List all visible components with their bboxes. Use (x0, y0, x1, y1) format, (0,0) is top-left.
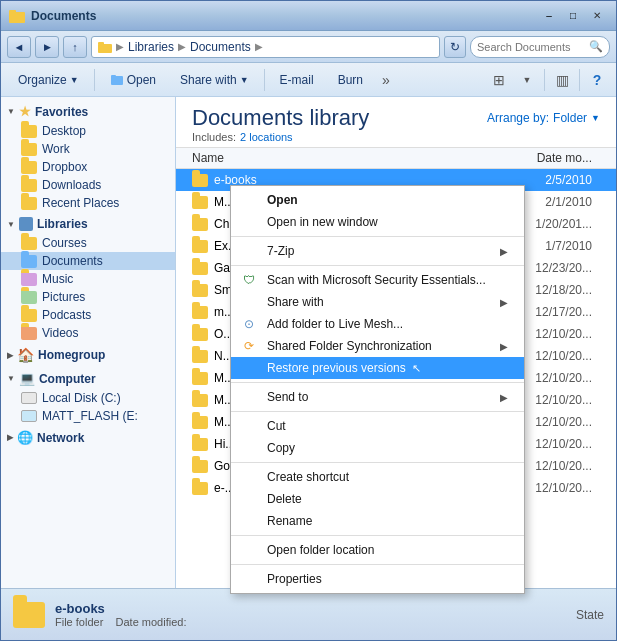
sidebar-item-dropbox[interactable]: Dropbox (1, 158, 175, 176)
refresh-button[interactable]: ↻ (444, 36, 466, 58)
computer-header[interactable]: ▼ 💻 Computer (1, 368, 175, 389)
podcasts-folder-icon (21, 309, 37, 322)
ctx-send-to-arrow: ▶ (500, 392, 508, 403)
sidebar-item-downloads[interactable]: Downloads (1, 176, 175, 194)
share-with-button[interactable]: Share with ▼ (169, 67, 260, 93)
ctx-properties[interactable]: Properties (231, 568, 524, 590)
arrange-dropdown-icon[interactable]: ▼ (591, 113, 600, 123)
search-box[interactable]: 🔍 (470, 36, 610, 58)
help-button[interactable]: ? (584, 67, 610, 93)
homegroup-header[interactable]: ▶ 🏠 Homegroup (1, 344, 175, 366)
breadcrumb-libraries[interactable]: Libraries (128, 40, 174, 54)
more-button[interactable]: » (376, 72, 396, 88)
address-path[interactable]: ▶ Libraries ▶ Documents ▶ (91, 36, 440, 58)
ctx-create-shortcut[interactable]: Create shortcut (231, 466, 524, 488)
share-with-label: Share with (180, 73, 237, 87)
file-date-m3: 12/10/20... (520, 371, 600, 385)
sidebar-item-music[interactable]: Music (1, 270, 175, 288)
desktop-folder-icon (21, 125, 37, 138)
breadcrumb-dropdown[interactable]: ▶ (255, 41, 263, 52)
preview-pane-button[interactable]: ▥ (549, 67, 575, 93)
sidebar-item-recent-places[interactable]: Recent Places (1, 194, 175, 212)
sidebar-item-documents[interactable]: Documents (1, 252, 175, 270)
m5-folder-icon (192, 416, 208, 429)
organize-button[interactable]: Organize ▼ (7, 67, 90, 93)
close-button[interactable]: ✕ (586, 7, 608, 25)
ctx-cut[interactable]: Cut (231, 415, 524, 437)
sidebar-item-desktop-label: Desktop (42, 124, 86, 138)
ctx-rename-label: Rename (267, 514, 312, 528)
forward-button[interactable]: ▶ (35, 36, 59, 58)
locations-link[interactable]: 2 locations (240, 131, 293, 143)
network-header[interactable]: ▶ 🌐 Network (1, 427, 175, 448)
open-button[interactable]: Open (99, 67, 167, 93)
sidebar-item-courses[interactable]: Courses (1, 234, 175, 252)
ctx-scan-icon: 🛡 (241, 272, 257, 288)
m3-folder-icon (192, 372, 208, 385)
separator: ▶ (116, 41, 124, 52)
hi-folder-icon (192, 438, 208, 451)
sidebar-item-desktop[interactable]: Desktop (1, 122, 175, 140)
ctx-live-mesh-icon: ⊙ (241, 316, 257, 332)
sidebar-item-matt-flash[interactable]: MATT_FLASH (E: (1, 407, 175, 425)
libraries-triangle: ▼ (7, 220, 15, 229)
favorites-header[interactable]: ▼ ★ Favorites (1, 101, 175, 122)
search-input[interactable] (477, 41, 585, 53)
sidebar-item-podcasts[interactable]: Podcasts (1, 306, 175, 324)
go-folder-icon (192, 460, 208, 473)
back-button[interactable]: ◄ (7, 36, 31, 58)
pictures-folder-icon (21, 291, 37, 304)
change-view-button[interactable]: ⊞ (486, 67, 512, 93)
ctx-open-new-window[interactable]: Open in new window (231, 211, 524, 233)
ctx-send-to[interactable]: Send to ▶ (231, 386, 524, 408)
toolbar-separator3 (544, 69, 545, 91)
ctx-share-with[interactable]: Share with ▶ (231, 291, 524, 313)
sidebar-item-music-label: Music (42, 272, 73, 286)
ctx-copy[interactable]: Copy (231, 437, 524, 459)
arrange-by-value[interactable]: Folder (553, 111, 587, 125)
ctx-add-live-mesh-label: Add folder to Live Mesh... (267, 317, 403, 331)
library-header: Documents library Arrange by: Folder ▼ I… (176, 97, 616, 148)
column-date-header[interactable]: Date mo... (520, 151, 600, 165)
includes-label: Includes: (192, 131, 236, 143)
sidebar-item-videos[interactable]: Videos (1, 324, 175, 342)
library-title: Documents library (192, 105, 369, 131)
view-dropdown-button[interactable]: ▼ (514, 67, 540, 93)
libraries-section: ▼ Libraries Courses Documents Music (1, 214, 175, 342)
ctx-delete[interactable]: Delete (231, 488, 524, 510)
computer-triangle: ▼ (7, 374, 15, 383)
ctx-7zip-arrow: ▶ (500, 246, 508, 257)
email-button[interactable]: E-mail (269, 67, 325, 93)
maximize-button[interactable]: □ (562, 7, 584, 25)
window-icon (9, 8, 25, 24)
sidebar-item-pictures[interactable]: Pictures (1, 288, 175, 306)
file-date-n: 12/10/20... (520, 349, 600, 363)
burn-button[interactable]: Burn (327, 67, 374, 93)
up-button[interactable]: ↑ (63, 36, 87, 58)
status-state: State (576, 608, 604, 622)
column-name-header[interactable]: Name (192, 151, 520, 165)
sidebar-item-work[interactable]: Work (1, 140, 175, 158)
libraries-label: Libraries (37, 217, 88, 231)
ctx-rename[interactable]: Rename (231, 510, 524, 532)
ctx-open-folder-location[interactable]: Open folder location (231, 539, 524, 561)
sidebar-item-local-disk[interactable]: Local Disk (C:) (1, 389, 175, 407)
ctx-add-live-mesh[interactable]: ⊙ Add folder to Live Mesh... (231, 313, 524, 335)
ctx-open[interactable]: Open (231, 189, 524, 211)
svg-rect-1 (9, 10, 16, 14)
ctx-7zip[interactable]: 7-Zip ▶ (231, 240, 524, 262)
libraries-header[interactable]: ▼ Libraries (1, 214, 175, 234)
file-date-ch: 1/20/201... (520, 217, 600, 231)
ctx-shared-folder-sync[interactable]: ⟳ Shared Folder Synchronization ▶ (231, 335, 524, 357)
organize-dropdown-icon: ▼ (70, 75, 79, 85)
ctx-scan[interactable]: 🛡 Scan with Microsoft Security Essential… (231, 269, 524, 291)
homegroup-section: ▶ 🏠 Homegroup (1, 344, 175, 366)
ctx-restore-prev[interactable]: Restore previous versions ↖ (231, 357, 524, 379)
minimize-button[interactable]: – (538, 7, 560, 25)
breadcrumb-documents[interactable]: Documents (190, 40, 251, 54)
favorites-section: ▼ ★ Favorites Desktop Work Dropbox (1, 101, 175, 212)
ex-folder-icon (192, 240, 208, 253)
file-date-ebooks: 2/5/2010 (520, 173, 600, 187)
network-icon: 🌐 (17, 430, 33, 445)
m4-folder-icon (192, 394, 208, 407)
